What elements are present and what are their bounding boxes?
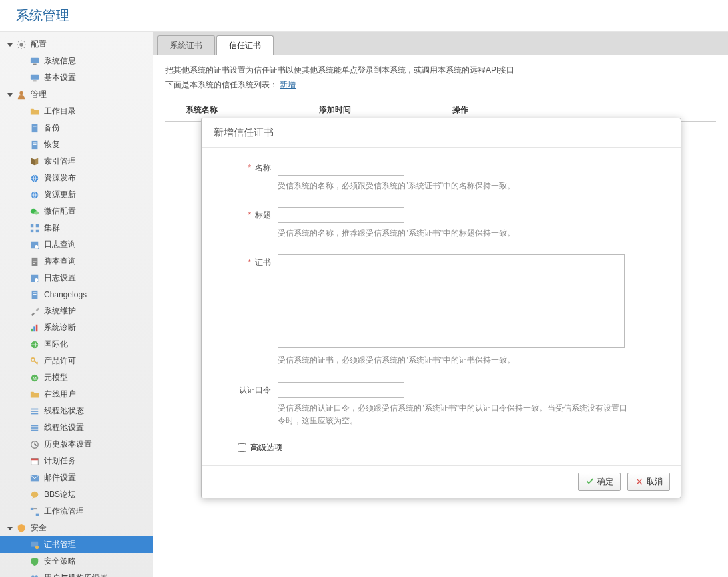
- svg-rect-7: [33, 126, 36, 126]
- svg-rect-47: [36, 513, 39, 516]
- log-icon: [29, 240, 40, 250]
- svg-point-45: [31, 491, 39, 497]
- tree-group-header[interactable]: 配置: [0, 36, 153, 53]
- cancel-button[interactable]: 取消: [627, 473, 670, 491]
- sidebar-item-label: 计划任务: [44, 455, 76, 467]
- tab[interactable]: 信任证书: [216, 35, 274, 55]
- svg-rect-37: [31, 413, 39, 414]
- sidebar-item[interactable]: 资源发布: [0, 170, 153, 186]
- sidebar-item[interactable]: 国际化: [0, 336, 153, 353]
- title-help: 受信系统的名称，推荐跟受信系统的"系统证书"中的标题保持一致。: [278, 227, 631, 240]
- advanced-checkbox[interactable]: [238, 443, 246, 452]
- title-label: * 标题: [218, 207, 278, 240]
- svg-point-15: [34, 211, 39, 214]
- sidebar-item[interactable]: 工作流管理: [0, 503, 153, 520]
- sidebar-item[interactable]: 线程池状态: [0, 403, 153, 419]
- add-link[interactable]: 新增: [280, 80, 296, 89]
- user-icon: [16, 89, 27, 100]
- sidebar-item-label: 历史版本设置: [44, 439, 92, 450]
- wechat-icon: [29, 206, 40, 217]
- svg-rect-27: [33, 294, 36, 295]
- cluster-icon: [29, 223, 40, 234]
- page-title: 系统管理: [16, 7, 712, 25]
- tab-bar: 系统证书信任证书: [153, 32, 728, 55]
- svg-rect-28: [31, 328, 33, 331]
- sidebar-item[interactable]: 集群: [0, 220, 153, 236]
- sidebar-item[interactable]: BBS论坛: [0, 486, 153, 503]
- sidebar-item[interactable]: 系统维护: [0, 303, 153, 319]
- sidebar-item-label: 安全策略: [44, 556, 76, 567]
- sidebar-item[interactable]: 在线用户: [0, 386, 153, 403]
- modal-overlay: 新增信任证书 * 名称 受信系统的名称，必须跟受信系统的"系统证书"中的名称保持…: [153, 118, 728, 577]
- sidebar-item[interactable]: 安全策略: [0, 553, 153, 570]
- globe-icon: [29, 190, 40, 200]
- name-help: 受信系统的名称，必须跟受信系统的"系统证书"中的名称保持一致。: [278, 180, 631, 192]
- title-input[interactable]: [278, 207, 404, 223]
- globe-icon: [29, 173, 40, 184]
- sidebar-item[interactable]: 索引管理: [0, 153, 153, 170]
- tools-icon: [29, 306, 40, 317]
- sidebar-item[interactable]: 邮件设置: [0, 469, 153, 486]
- sidebar-item[interactable]: 证书管理: [0, 536, 153, 553]
- cert-label: * 证书: [218, 254, 278, 367]
- check-icon: [585, 477, 595, 486]
- chart-icon: [29, 323, 40, 333]
- sidebar-item[interactable]: 恢复: [0, 136, 153, 153]
- chat-icon: [29, 490, 40, 500]
- cert-textarea[interactable]: [278, 254, 625, 348]
- folder-icon: [29, 106, 40, 117]
- advanced-label: 高级选项: [250, 442, 282, 453]
- sidebar-item[interactable]: 历史版本设置: [0, 436, 153, 453]
- sidebar-item[interactable]: 脚本查询: [0, 253, 153, 270]
- tree-group-label: 配置: [31, 39, 47, 50]
- advanced-options-row: 高级选项: [218, 442, 665, 453]
- sidebar-item-label: 国际化: [44, 339, 68, 350]
- gear-icon: [16, 39, 27, 50]
- ok-button[interactable]: 确定: [578, 473, 621, 491]
- sidebar-item-label: 线程池状态: [44, 405, 84, 417]
- sidebar-item[interactable]: 用户与机构库设置: [0, 570, 153, 577]
- sidebar-item[interactable]: 资源更新: [0, 186, 153, 203]
- log-icon: [29, 273, 40, 284]
- passcode-label: 认证口令: [218, 382, 278, 427]
- svg-rect-18: [31, 229, 33, 232]
- sidebar-item[interactable]: 微信配置: [0, 203, 153, 220]
- svg-rect-2: [33, 63, 36, 65]
- svg-point-49: [35, 545, 39, 548]
- passcode-input[interactable]: [278, 382, 404, 398]
- col-system-name: 系统名称: [186, 104, 319, 116]
- name-input[interactable]: [278, 160, 404, 176]
- sidebar-item[interactable]: Changelogs: [0, 286, 153, 303]
- sidebar-item[interactable]: 产品许可: [0, 353, 153, 369]
- tree-group-header[interactable]: 管理: [0, 86, 153, 103]
- sidebar-item[interactable]: 工作目录: [0, 103, 153, 120]
- svg-rect-11: [33, 144, 36, 145]
- sidebar-item[interactable]: 备份: [0, 120, 153, 136]
- sidebar-item[interactable]: 日志查询: [0, 236, 153, 253]
- sidebar-item[interactable]: 日志设置: [0, 270, 153, 286]
- sidebar-item[interactable]: M元模型: [0, 369, 153, 386]
- page-description: 把其他系统的证书设置为信任证书以便其他系统能单点登录到本系统，或调用本系统的远程…: [165, 63, 716, 92]
- chevron-down-icon: [7, 41, 13, 48]
- tree-group-header[interactable]: 安全: [0, 520, 153, 536]
- svg-rect-8: [33, 128, 36, 128]
- sidebar-item[interactable]: 计划任务: [0, 453, 153, 469]
- calendar-icon: [29, 456, 40, 467]
- tab[interactable]: 系统证书: [157, 35, 215, 55]
- svg-rect-16: [31, 224, 33, 226]
- main-panel: 系统证书信任证书 把其他系统的证书设置为信任证书以便其他系统能单点登录到本系统，…: [153, 32, 728, 577]
- sidebar-item-label: 日志查询: [44, 239, 76, 250]
- close-icon: [635, 477, 644, 486]
- svg-rect-19: [36, 229, 39, 232]
- svg-rect-1: [31, 57, 39, 63]
- sidebar-item[interactable]: 基本设置: [0, 69, 153, 86]
- name-label: * 名称: [218, 160, 278, 192]
- book-icon: [29, 156, 40, 167]
- sidebar-item[interactable]: 线程池设置: [0, 419, 153, 436]
- sidebar-item[interactable]: 系统信息: [0, 53, 153, 69]
- svg-rect-46: [31, 507, 33, 510]
- sidebar-item-label: 工作流管理: [44, 506, 84, 517]
- cert-icon: [29, 540, 40, 550]
- sidebar-item[interactable]: 系统诊断: [0, 319, 153, 336]
- svg-rect-43: [31, 458, 39, 460]
